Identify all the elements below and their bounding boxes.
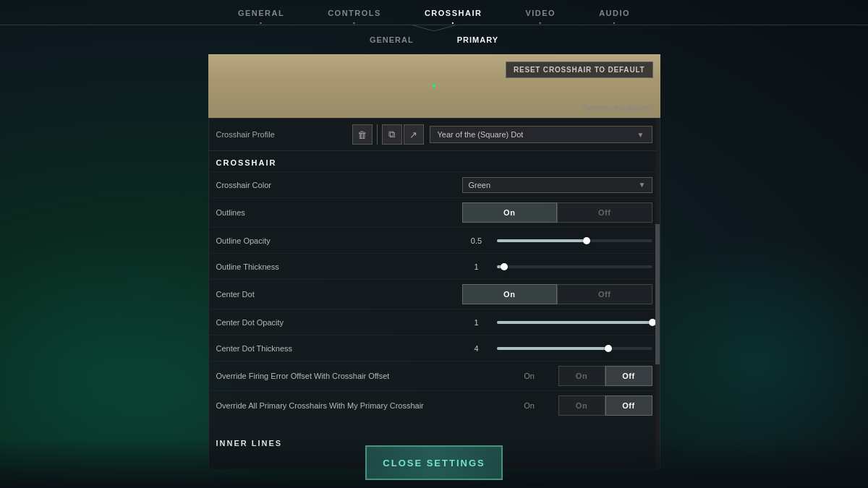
sub-navigation: GENERAL PRIMARY	[208, 25, 660, 54]
override-primary-on-button[interactable]: On	[558, 395, 605, 416]
delete-profile-button[interactable]: 🗑	[352, 124, 373, 145]
crosshair-color-label: Crosshair Color	[216, 181, 462, 189]
center-dot-label: Center Dot	[216, 290, 462, 299]
scroll-indicator[interactable]	[655, 119, 660, 469]
override-primary-off-button[interactable]: Off	[605, 395, 652, 416]
setting-row-center-dot-thickness: Center Dot Thickness 4	[209, 335, 660, 361]
center-dot-thickness-label: Center Dot Thickness	[216, 344, 462, 353]
outline-thickness-control	[491, 265, 652, 268]
close-settings-button[interactable]: CLOSE SETTINGS	[365, 445, 503, 480]
override-firing-toggle: On Off	[558, 366, 652, 386]
override-firing-on-button[interactable]: On	[558, 366, 605, 386]
color-value: Green	[469, 181, 491, 189]
svg-line-0	[376, 25, 434, 31]
center-dot-thickness-control	[491, 347, 652, 350]
copy-icon: ⧉	[388, 129, 395, 140]
color-dropdown-arrow-icon: ▼	[639, 181, 646, 189]
nav-item-audio[interactable]: AUDIO	[599, 9, 630, 25]
profile-separator	[377, 124, 378, 145]
profile-selected-value: Year of the (Square) Dot	[438, 130, 524, 139]
outline-opacity-thumb[interactable]	[583, 237, 590, 244]
subnav-item-general[interactable]: GENERAL	[348, 31, 435, 48]
profile-label: Crosshair Profile	[216, 130, 346, 139]
override-firing-label: Override Firing Error Offset With Crossh…	[216, 372, 501, 380]
center-dot-thickness-thumb[interactable]	[605, 345, 612, 352]
outline-opacity-label: Outline Opacity	[216, 236, 462, 245]
nav-item-video[interactable]: VIDEO	[525, 9, 556, 25]
top-navigation: GENERAL CONTROLS CROSSHAIR VIDEO AUDIO	[0, 0, 868, 25]
outlines-off-button[interactable]: Off	[557, 202, 652, 223]
setting-row-outline-thickness: Outline Thickness 1	[209, 253, 660, 279]
override-primary-on-value: On	[501, 401, 558, 410]
setting-row-center-dot-opacity: Center Dot Opacity 1	[209, 309, 660, 335]
setting-row-crosshair-color: Crosshair Color Green ▼	[209, 171, 660, 197]
profile-actions: 🗑 ⧉ ↗	[352, 124, 424, 145]
center-dot-opacity-control	[491, 321, 652, 324]
center-dot-thickness-value: 4	[462, 344, 491, 353]
outlines-toggle-group: On Off	[462, 202, 652, 223]
crosshair-preview: RESET CROSSHAIR TO DEFAULT Elements misa…	[208, 54, 660, 118]
center-dot-opacity-fill	[497, 321, 652, 324]
export-icon: ↗	[409, 129, 417, 140]
copy-profile-button[interactable]: ⧉	[382, 124, 402, 145]
center-dot-off-button[interactable]: Off	[557, 284, 652, 304]
outline-thickness-slider[interactable]	[497, 265, 652, 268]
svg-line-1	[434, 25, 492, 31]
center-dot-opacity-slider[interactable]	[497, 321, 652, 324]
nav-item-general[interactable]: GENERAL	[238, 9, 284, 25]
scroll-thumb[interactable]	[655, 224, 660, 364]
crosshair-color-control: Green ▼	[462, 177, 652, 193]
crosshair-dot	[433, 85, 435, 87]
override-firing-on-value: On	[501, 372, 558, 380]
center-dot-opacity-value: 1	[462, 318, 491, 327]
outline-opacity-control	[491, 239, 652, 242]
settings-panel: Crosshair Profile 🗑 ⧉ ↗ Year of the (Squ…	[208, 118, 660, 470]
override-firing-toggle-group: On Off	[558, 366, 652, 386]
outline-thickness-value: 1	[462, 262, 491, 271]
override-firing-off-button[interactable]: Off	[605, 366, 652, 386]
center-dot-toggle-group: On Off	[462, 284, 652, 304]
center-dot-control: On Off	[462, 284, 652, 304]
subnav-connector	[376, 25, 492, 31]
override-primary-label: Override All Primary Crosshairs With My …	[216, 401, 501, 410]
nav-item-controls[interactable]: CONTROLS	[328, 9, 381, 25]
setting-row-override-primary: Override All Primary Crosshairs With My …	[209, 390, 660, 420]
dropdown-arrow-icon: ▼	[637, 131, 644, 139]
outlines-on-button[interactable]: On	[462, 202, 558, 223]
main-content: GENERAL PRIMARY RESET CROSSHAIR TO DEFAU…	[0, 25, 868, 470]
profile-row: Crosshair Profile 🗑 ⧉ ↗ Year of the (Squ…	[209, 119, 660, 151]
center-dot-thickness-slider[interactable]	[497, 347, 652, 350]
outline-thickness-thumb[interactable]	[501, 263, 508, 270]
outlines-label: Outlines	[216, 208, 462, 217]
elements-misaligned-text: Elements misaligned?	[582, 104, 653, 112]
nav-item-crosshair[interactable]: CROSSHAIR	[425, 9, 482, 25]
center-dot-on-button[interactable]: On	[462, 284, 558, 304]
export-profile-button[interactable]: ↗	[404, 124, 424, 145]
setting-row-outlines: Outlines On Off	[209, 197, 660, 227]
close-settings-wrapper: CLOSE SETTINGS	[0, 437, 868, 488]
center-dot-thickness-fill	[497, 347, 609, 350]
color-dropdown[interactable]: Green ▼	[462, 177, 652, 193]
setting-row-center-dot: Center Dot On Off	[209, 279, 660, 309]
outline-opacity-fill	[497, 239, 587, 242]
crosshair-section-header: CROSSHAIR	[209, 151, 660, 171]
profile-dropdown[interactable]: Year of the (Square) Dot ▼	[430, 126, 652, 143]
outline-opacity-slider[interactable]	[497, 239, 652, 242]
override-primary-toggle-group: On Off	[558, 395, 652, 416]
setting-row-outline-opacity: Outline Opacity 0.5	[209, 227, 660, 253]
setting-row-override-firing: Override Firing Error Offset With Crossh…	[209, 361, 660, 390]
trash-icon: 🗑	[357, 129, 367, 140]
subnav-item-primary[interactable]: PRIMARY	[435, 31, 520, 48]
outlines-control: On Off	[462, 202, 652, 223]
override-primary-toggle: On Off	[558, 395, 652, 416]
outline-thickness-label: Outline Thickness	[216, 262, 462, 271]
reset-crosshair-button[interactable]: RESET CROSSHAIR TO DEFAULT	[506, 61, 653, 78]
center-dot-opacity-label: Center Dot Opacity	[216, 318, 462, 327]
outline-opacity-value: 0.5	[462, 236, 491, 245]
